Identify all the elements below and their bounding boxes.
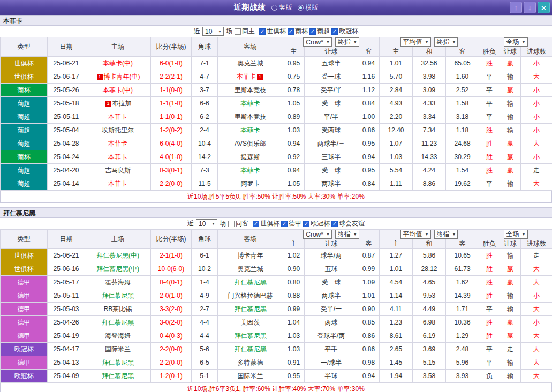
close-button[interactable]: × [538,2,550,13]
col-header-away: 客场 [218,37,283,57]
ah-home-odds: 0.91 [283,356,305,370]
col-header-home: 主场 [85,37,151,57]
away-team-cell: 奥克兰城 [218,262,283,276]
corner-cell: 14-2 [192,150,218,164]
match-row: 欧冠杯25-04-17国际米兰2-2(0-0)5-6拜仁慕尼黑1.03平手0.8… [1,343,552,356]
corner-cell: 2-7 [192,303,218,316]
ah-home-odds: 1.05 [283,177,305,191]
home-team-name: 拜仁慕尼黑(中) [96,252,139,259]
league-filters: ✓世俱杯✓德甲✓欧冠杯✓球会友谊 [252,219,365,228]
euro-away-odds: 10.65 [446,249,479,262]
score-cell: 2-2(2-1) [151,70,192,84]
bookmaker-select[interactable]: Crow* ▼ [303,37,332,47]
away-team-name: 美因茨 [241,319,260,326]
ah-home-odds: 1.03 [283,343,305,356]
col-header-result: 胜负 [479,239,500,249]
handicap-time-select[interactable]: 终指 ▼ [335,230,359,239]
league-filter-checkbox[interactable]: ✓世俱杯 [253,219,279,228]
home-team-cell: 本菲卡 [85,137,151,150]
match-row: 德甲25-05-03RB莱比锡3-3(2-0)2-7拜仁慕尼黑0.99受半/一0… [1,303,552,316]
corner-cell: 3-7 [192,84,218,97]
match-row: 世俱杯25-06-171博卡青年(中)2-2(2-1)4-7本菲卡10.75受一… [1,70,552,84]
match-row: 葡超25-04-20吉马良斯0-3(0-1)7-3本菲卡0.94受一球0.955… [1,164,552,177]
home-team-cell: 拜仁慕尼黑 [85,356,151,370]
home-team-cell: RB莱比锡 [85,303,151,316]
scope-select[interactable]: 全场 ▼ [504,230,528,239]
corner-cell: 4-9 [192,289,218,303]
away-team-cell: 本菲卡1 [218,70,283,84]
ah-home-odds: 1.03 [283,329,305,343]
bookmaker-select[interactable]: Crow* ▼ [303,230,332,239]
league-filter-checkbox[interactable]: ✓德甲 [281,219,301,228]
scope-select[interactable]: 全场 ▼ [504,37,528,47]
summary-line: 近10场,胜5平5负0, 胜率:50% 让胜率:50% 大率:30% 单率:20… [0,191,552,203]
league-type-cell: 德甲 [1,276,48,289]
match-count-select[interactable]: 10 ▼ [202,27,224,36]
result-cell: 胜 [479,276,500,289]
euro-home-odds: 4.11 [380,303,413,316]
handicap-time-select[interactable]: 终指 ▼ [335,37,359,47]
ah-handicap: 受半/一 [305,303,358,316]
match-row: 德甲25-05-11拜仁慕尼黑2-0(1-0)4-9门兴格拉德巴赫0.88两球半… [1,289,552,303]
away-team-cell: 提森斯 [218,150,283,164]
match-count-select[interactable]: 10 ▼ [196,219,217,228]
euro-draw-odds: 9.53 [413,289,446,303]
scroll-up-button[interactable]: ↑ [510,2,522,13]
corner-cell: 2-4 [192,124,218,137]
goals-result-cell: 小 [521,110,552,124]
matches-table: 类型 日期 主场 比分(半场) 角球 客场 Crow* ▼ 终指 [0,229,552,383]
euro-away-odds: 30.29 [446,150,479,164]
result-cell: 胜 [479,316,500,329]
match-row: 欧冠杯25-04-09拜仁慕尼黑1-2(0-1)5-1国际米兰0.95半球0.9… [1,370,552,383]
league-type-cell: 德甲 [1,356,48,370]
euro-draw-odds: 3.58 [413,370,446,383]
result-cell: 胜 [479,124,500,137]
match-date: 25-05-17 [48,276,85,289]
scroll-down-button[interactable]: ↓ [524,2,536,13]
match-date: 25-04-14 [48,177,85,191]
same-venue-checkbox[interactable]: 同客 [228,219,248,228]
ah-handicap: 两球半/三 [305,137,358,150]
league-filter-checkbox[interactable]: ✓葡杯 [288,27,308,36]
euro-average-select[interactable]: 平均值 ▼ [400,37,431,47]
euro-away-odds: 1.29 [446,329,479,343]
league-filter-label: 球会友谊 [339,219,365,228]
euro-time-select-value: 终指 [437,230,450,239]
handicap-result-cell: 走 [500,343,521,356]
goals-result-cell: 大 [521,177,552,191]
same-venue-checkbox[interactable]: 同主 [235,27,255,36]
home-team-name: 本菲卡 [108,153,127,161]
ah-handicap: 五球半 [305,57,358,70]
handicap-dropdowns-cell: Crow* ▼ 终指 ▼ [283,37,380,47]
euro-home-odds: 1.14 [380,289,413,303]
home-team-cell: 本菲卡(中) [85,57,151,70]
home-team-cell: 拜仁慕尼黑 [85,370,151,383]
ah-away-odds: 0.86 [358,343,380,356]
ah-away-odds: 0.86 [358,124,380,137]
league-filter-checkbox[interactable]: ✓球会友谊 [331,219,365,228]
euro-average-select[interactable]: 平均值 ▼ [400,230,431,239]
league-filter-checkbox[interactable]: ✓欧冠杯 [331,27,358,36]
near-label: 近 [187,219,194,228]
home-team-name: 国际米兰 [105,345,131,353]
layout-vertical-radio[interactable]: 竖版 [271,3,292,12]
home-team-name: 本菲卡(中) [103,59,133,67]
euro-time-select[interactable]: 终指 ▼ [434,230,458,239]
score-cell: 6-0(4-0) [151,137,192,150]
layout-horizontal-radio[interactable]: 横版 [298,3,319,12]
header-row-top: 类型 日期 主场 比分(半场) 角球 客场 Crow* ▼ 终指 [1,230,552,239]
euro-draw-odds: 11.23 [413,137,446,150]
league-filter-checkbox[interactable]: ✓世俱杯 [259,27,286,36]
handicap-result-cell: 输 [500,97,521,110]
match-date: 25-05-11 [48,289,85,303]
checkbox-checked-icon: ✓ [331,221,338,227]
corner-cell: 7-1 [192,57,218,70]
euro-time-select[interactable]: 终指 ▼ [434,37,458,47]
ah-handicap: 球半/两 [305,249,358,262]
handicap-result-cell: 赢 [500,262,521,276]
ah-home-odds: 0.89 [283,110,305,124]
league-filter-checkbox[interactable]: ✓欧冠杯 [303,219,330,228]
away-team-name: 拜仁慕尼黑 [235,305,267,313]
league-filter-checkbox[interactable]: ✓葡超 [309,27,330,36]
same-venue-label: 同主 [242,27,255,36]
